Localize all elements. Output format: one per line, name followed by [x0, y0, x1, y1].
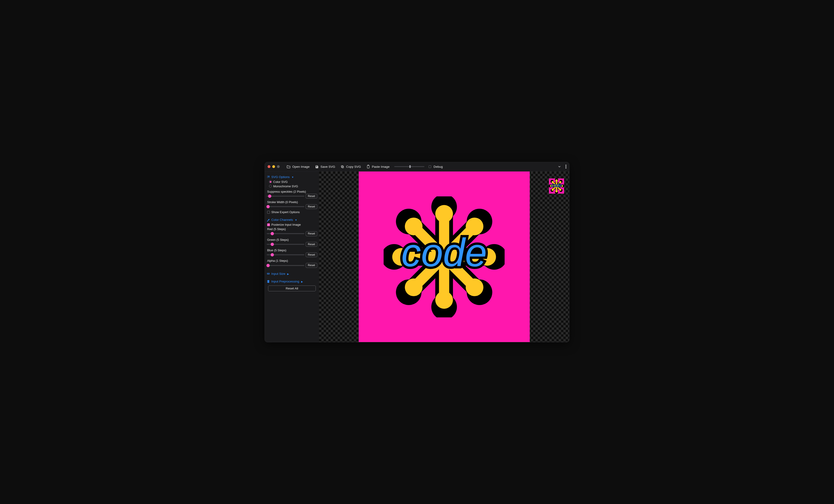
toolbar: Open Image Save SVG Copy SVG Paste Image…: [265, 162, 569, 172]
section-input-preprocessing[interactable]: Input Preprocessing: [267, 280, 317, 283]
app-window: Open Image Save SVG Copy SVG Paste Image…: [265, 162, 569, 342]
radio-monochrome-svg[interactable]: Monochrome SVG: [269, 184, 317, 188]
canvas-area[interactable]: code: [319, 172, 569, 342]
svg-rect-0: [342, 166, 344, 168]
red-reset-button[interactable]: Reset: [306, 231, 317, 236]
save-svg-button[interactable]: Save SVG: [313, 164, 337, 169]
alpha-slider[interactable]: [267, 265, 304, 266]
section-color-channels[interactable]: Color Channels: [267, 218, 317, 221]
save-icon: [315, 165, 319, 169]
red-slider[interactable]: [267, 233, 304, 234]
radio-monochrome-svg-label: Monochrome SVG: [273, 184, 298, 188]
more-vert-icon[interactable]: [566, 165, 566, 169]
paste-image-label: Paste Image: [372, 165, 390, 169]
chevron-down-icon[interactable]: [557, 165, 561, 169]
code-text: code: [401, 231, 487, 275]
clipboard-icon: [367, 165, 370, 169]
radio-icon: [269, 180, 272, 183]
section-svg-options[interactable]: SVG Options: [267, 175, 317, 179]
suppress-reset-button[interactable]: Reset: [306, 194, 317, 198]
radio-color-svg-label: Color SVG: [273, 180, 288, 183]
svg-rect-1: [342, 166, 343, 167]
traffic-zoom-icon[interactable]: [277, 165, 280, 168]
layers-icon: [267, 280, 270, 283]
zoom-slider[interactable]: [394, 166, 424, 167]
blue-slider[interactable]: [267, 254, 304, 255]
section-color-channels-caret-icon: [294, 218, 297, 221]
traffic-close-icon[interactable]: [268, 165, 270, 168]
stroke-slider[interactable]: [267, 206, 304, 207]
save-svg-label: Save SVG: [321, 165, 335, 169]
blue-reset-button[interactable]: Reset: [306, 253, 317, 257]
green-slider[interactable]: [267, 244, 304, 245]
open-image-button[interactable]: Open Image: [284, 164, 312, 169]
sidebar: SVG Options Color SVG Monochrome SVG Sup…: [265, 172, 319, 342]
posterize-row[interactable]: Posterize Input Image: [267, 223, 317, 226]
section-input-size-title: Input Size: [271, 272, 285, 276]
alpha-label: Alpha (1 Steps): [267, 259, 317, 262]
section-input-preprocessing-caret-icon: [301, 280, 303, 283]
app-body: SVG Options Color SVG Monochrome SVG Sup…: [265, 172, 569, 342]
suppress-slider[interactable]: [267, 196, 304, 197]
section-svg-options-title: SVG Options: [271, 175, 290, 179]
blue-label: Blue (5 Steps): [267, 248, 317, 252]
expert-options-label: Show Expert Options: [271, 210, 300, 214]
suppress-label: Suppress speckles (2 Pixels): [267, 190, 317, 193]
green-reset-button[interactable]: Reset: [306, 242, 317, 247]
debug-label: Debug: [434, 165, 443, 169]
svg-point-4: [566, 165, 566, 166]
section-color-channels-title: Color Channels: [271, 218, 293, 221]
svg-point-5: [566, 166, 566, 167]
checkbox-icon: [267, 223, 270, 226]
copy-icon: [341, 165, 344, 169]
svg-point-45: [555, 190, 558, 193]
stroke-reset-button[interactable]: Reset: [306, 204, 317, 209]
svg-point-21: [435, 291, 453, 309]
radio-color-svg[interactable]: Color SVG: [269, 180, 317, 183]
open-image-label: Open Image: [292, 165, 309, 169]
green-label: Green (5 Steps): [267, 238, 317, 242]
debug-checkbox[interactable]: [429, 166, 431, 168]
section-svg-options-caret-icon: [291, 175, 294, 179]
stroke-label: Stroke Width (0 Pixels): [267, 200, 317, 204]
svg-rect-3: [368, 165, 369, 166]
brush-icon: [267, 218, 270, 221]
paste-image-button[interactable]: Paste Image: [364, 164, 392, 169]
ruler-icon: [267, 272, 270, 275]
radio-icon: [269, 185, 272, 188]
alpha-reset-button[interactable]: Reset: [306, 263, 317, 268]
svg-point-6: [566, 168, 566, 169]
traffic-minimize-icon[interactable]: [272, 165, 275, 168]
expert-options-row[interactable]: Show Expert Options: [267, 210, 317, 214]
section-input-size[interactable]: Input Size: [267, 272, 317, 276]
window-traffic-lights: [268, 165, 280, 168]
svg-point-44: [555, 179, 558, 182]
copy-svg-button[interactable]: Copy SVG: [338, 164, 363, 169]
svg-text:code: code: [551, 183, 562, 188]
section-input-size-caret-icon: [287, 272, 289, 276]
posterize-label: Posterize Input Image: [271, 223, 301, 226]
svg-point-20: [435, 205, 453, 223]
red-label: Red (5 Steps): [267, 227, 317, 231]
checkbox-icon: [267, 211, 270, 214]
svg-rect-2: [367, 165, 369, 168]
artboard: code: [358, 172, 530, 342]
copy-svg-label: Copy SVG: [346, 165, 361, 169]
tune-icon: [267, 175, 270, 178]
thumbnail-preview[interactable]: code: [549, 178, 564, 194]
folder-icon: [287, 165, 290, 168]
reset-all-button[interactable]: Reset All: [268, 285, 316, 291]
image-art: code: [384, 196, 505, 317]
section-input-preprocessing-title: Input Preprocessing: [271, 280, 299, 283]
